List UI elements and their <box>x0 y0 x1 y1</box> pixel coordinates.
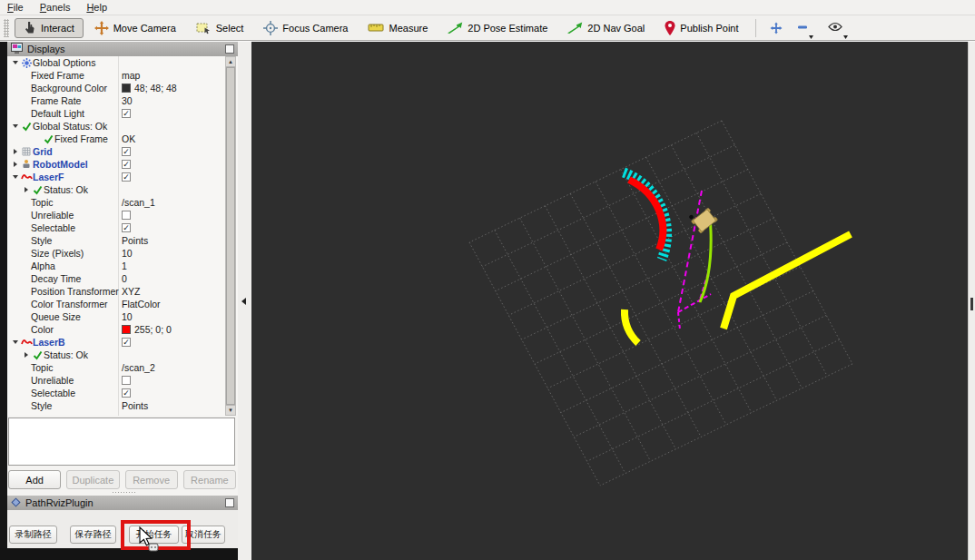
gear-icon <box>20 58 33 68</box>
row-checkbox[interactable] <box>122 211 131 220</box>
tree-row-unreliable[interactable]: Unreliable <box>7 209 238 221</box>
scrollbar-up-arrow[interactable]: ▲ <box>226 57 235 67</box>
panel-splitter[interactable] <box>238 42 251 560</box>
row-value[interactable]: 48; 48; 48 <box>134 83 177 93</box>
path-plugin-float-button[interactable] <box>225 498 234 507</box>
rename-button[interactable]: Rename <box>183 470 236 489</box>
duplicate-button[interactable]: Duplicate <box>66 470 119 489</box>
row-checkbox[interactable]: ✓ <box>122 160 131 169</box>
expander-closed-icon[interactable] <box>14 162 17 167</box>
expander-closed-icon[interactable] <box>25 352 28 358</box>
tree-row-laserb[interactable]: LaserB✓ <box>7 336 238 349</box>
color-swatch[interactable] <box>122 84 131 93</box>
expander-open-icon[interactable] <box>13 124 18 128</box>
remove-button[interactable]: Remove <box>125 470 178 489</box>
displays-panel-header[interactable]: Displays <box>7 42 238 56</box>
tree-row-grid[interactable]: Grid✓ <box>7 145 238 158</box>
displays-panel-float-button[interactable] <box>225 44 234 54</box>
tree-row-size-pixels[interactable]: Size (Pixels)10 <box>7 247 238 260</box>
tool-select[interactable]: Select <box>187 18 253 38</box>
tree-row-style[interactable]: StylePoints <box>7 234 238 247</box>
row-label: Grid <box>33 146 53 157</box>
row-value[interactable]: XYZ <box>122 286 140 297</box>
dock-splitter-handle[interactable] <box>112 491 135 494</box>
expander-closed-icon[interactable] <box>14 149 17 154</box>
tree-row-laserf[interactable]: LaserF✓ <box>7 171 238 183</box>
tree-row-global-options[interactable]: Global Options <box>7 56 238 69</box>
row-value[interactable]: 1 <box>122 260 127 271</box>
scrollbar-thumb[interactable] <box>226 67 235 405</box>
row-value[interactable]: 30 <box>122 95 133 106</box>
row-checkbox[interactable]: ✓ <box>122 109 131 118</box>
tree-row-status-ok[interactable]: Status: Ok <box>7 183 238 196</box>
expander-open-icon[interactable] <box>13 61 18 64</box>
expander-open-icon[interactable] <box>13 175 18 179</box>
expander-closed-icon[interactable] <box>25 187 28 192</box>
scrollbar-down-arrow[interactable]: ▼ <box>226 405 235 415</box>
row-value[interactable]: Points <box>122 400 148 411</box>
tree-row-frame-rate[interactable]: Frame Rate30 <box>7 94 238 107</box>
tree-row-fixed-frame[interactable]: Fixed FrameOK <box>7 133 238 145</box>
tree-row-position-transformer[interactable]: Position TransformerXYZ <box>7 285 238 298</box>
row-value[interactable]: 255; 0; 0 <box>134 324 172 335</box>
tree-row-global-status-ok[interactable]: Global Status: Ok <box>7 120 238 133</box>
row-value[interactable]: OK <box>122 133 135 144</box>
row-value[interactable]: Points <box>122 235 148 246</box>
remove-tool-button[interactable] <box>791 18 820 38</box>
tree-row-topic[interactable]: Topic/scan_1 <box>7 196 238 209</box>
menu-file[interactable]: File <box>7 2 24 13</box>
tool-2d-nav-goal[interactable]: 2D Nav Goal <box>558 18 654 38</box>
row-label: Color <box>31 324 54 335</box>
row-checkbox[interactable]: ✓ <box>122 223 131 232</box>
tree-row-fixed-frame[interactable]: Fixed Framemap <box>7 69 238 82</box>
tool-2d-pose-estimate[interactable]: 2D Pose Estimate <box>438 18 556 38</box>
row-value[interactable]: 10 <box>122 248 133 259</box>
row-checkbox[interactable]: ✓ <box>122 172 131 182</box>
tree-row-robotmodel[interactable]: RobotModel✓ <box>7 158 238 171</box>
tree-row-color-transformer[interactable]: Color TransformerFlatColor <box>7 298 238 310</box>
row-checkbox[interactable]: ✓ <box>122 338 131 347</box>
tool-move-camera[interactable]: Move Camera <box>85 18 185 38</box>
expander-open-icon[interactable] <box>13 340 18 344</box>
tree-row-background-color[interactable]: Background Color48; 48; 48 <box>7 82 238 94</box>
tool-visibility-button[interactable] <box>822 18 854 38</box>
menu-help[interactable]: Help <box>86 2 107 13</box>
tree-row-color[interactable]: Color255; 0; 0 <box>7 323 238 336</box>
right-panel-handle[interactable] <box>970 298 973 310</box>
path-plugin-header[interactable]: PathRvizPlugin <box>7 496 238 510</box>
right-panel-collapsed[interactable] <box>968 42 975 560</box>
add-button[interactable]: Add <box>8 470 61 489</box>
row-checkbox[interactable] <box>122 376 131 385</box>
plugin-button-保存路径[interactable]: 保存路径 <box>70 526 116 544</box>
tree-row-default-light[interactable]: Default Light✓ <box>7 107 238 120</box>
menu-panels[interactable]: Panels <box>40 2 71 13</box>
row-checkbox[interactable]: ✓ <box>122 388 131 398</box>
tree-scrollbar[interactable]: ▲ ▼ <box>225 56 236 416</box>
tree-row-queue-size[interactable]: Queue Size10 <box>7 310 238 323</box>
panel-collapse-handle-icon[interactable] <box>241 298 246 305</box>
tree-row-style[interactable]: StylePoints <box>7 399 238 412</box>
tree-row-unreliable[interactable]: Unreliable <box>7 374 238 387</box>
row-value[interactable]: map <box>122 70 140 81</box>
tree-row-topic[interactable]: Topic/scan_2 <box>7 361 238 374</box>
tool-measure[interactable]: Measure <box>359 18 437 38</box>
row-value[interactable]: 10 <box>122 311 133 322</box>
tree-row-selectable[interactable]: Selectable✓ <box>7 387 238 399</box>
add-tool-button[interactable] <box>763 18 789 38</box>
tree-row-status-ok[interactable]: Status: Ok <box>7 349 238 361</box>
tree-row-selectable[interactable]: Selectable✓ <box>7 221 238 234</box>
color-swatch[interactable] <box>122 325 131 334</box>
row-value[interactable]: 0 <box>122 273 127 284</box>
tree-row-alpha[interactable]: Alpha1 <box>7 260 238 272</box>
3d-viewport[interactable] <box>251 42 968 560</box>
plugin-button-录制路径[interactable]: 录制路径 <box>9 526 57 544</box>
row-checkbox[interactable]: ✓ <box>122 147 131 156</box>
tree-row-decay-time[interactable]: Decay Time0 <box>7 272 238 285</box>
row-value[interactable]: FlatColor <box>122 299 161 309</box>
tool-focus-camera[interactable]: Focus Camera <box>254 18 357 38</box>
row-value[interactable]: /scan_2 <box>122 362 155 373</box>
tool-interact[interactable]: Interact <box>15 18 84 38</box>
toolbar-drag-handle[interactable] <box>4 19 9 37</box>
tool-publish-point[interactable]: Publish Point <box>655 18 747 38</box>
row-value[interactable]: /scan_1 <box>122 197 155 208</box>
